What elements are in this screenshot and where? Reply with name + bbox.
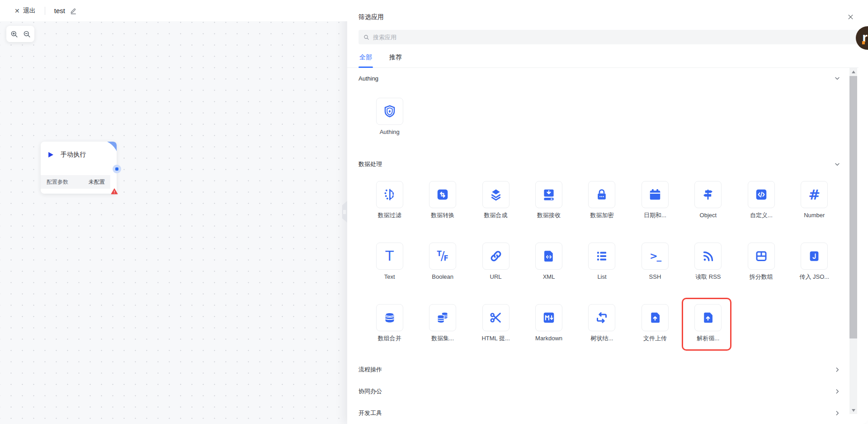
scrollbar-thumb[interactable] xyxy=(849,76,857,338)
grid-split-icon xyxy=(755,249,768,263)
app-icon-card xyxy=(588,181,615,208)
app-icon-card xyxy=(429,181,456,208)
app-item-boolean[interactable]: T/FBoolean xyxy=(416,243,469,281)
app-item-label: SSH xyxy=(649,273,661,281)
app-item-object[interactable]: Object xyxy=(682,181,735,219)
app-item-read-rss[interactable]: 读取 RSS xyxy=(682,243,735,281)
app-item-split-array[interactable]: 拆分数组 xyxy=(735,243,788,281)
zoom-in-icon[interactable] xyxy=(9,29,19,39)
app-item-html-extract[interactable]: HTML 提... xyxy=(469,304,522,342)
app-item-label: 数据过滤 xyxy=(378,212,401,219)
layers-icon xyxy=(489,188,503,201)
section-title: Authing xyxy=(359,75,378,82)
search-input[interactable] xyxy=(373,34,819,41)
section-header-collaboration[interactable]: 协同办公 xyxy=(359,386,857,396)
app-icon-card xyxy=(376,98,403,125)
app-icon-card: >_ xyxy=(642,243,669,270)
json-j-icon xyxy=(807,249,821,263)
warning-icon xyxy=(111,188,118,195)
app-item-text[interactable]: TText xyxy=(363,243,416,281)
panel-close-icon[interactable] xyxy=(846,13,854,21)
node-manual-trigger[interactable]: 手动执行 配置参数 未配置 xyxy=(41,142,117,194)
app-item-array-merge[interactable]: 数组合并 xyxy=(363,304,416,342)
app-item-xml[interactable]: XML xyxy=(522,243,575,281)
app-icon-card xyxy=(694,181,722,208)
section-header-flow-ops[interactable]: 流程操作 xyxy=(359,365,857,375)
app-item-url[interactable]: URL xyxy=(469,243,522,281)
node-param-row[interactable]: 配置参数 未配置 xyxy=(41,175,110,189)
app-item-parse-loop[interactable]: 解析循... xyxy=(682,304,735,342)
boolean-tf-icon: T/F xyxy=(437,250,448,262)
panel-collapse-handle[interactable] xyxy=(342,201,347,223)
code-square-icon xyxy=(755,188,768,201)
app-item-data-filter[interactable]: 数据过滤 xyxy=(363,181,416,219)
app-item-label: 拆分数组 xyxy=(750,273,773,281)
app-item-data-collect[interactable]: 数据集... xyxy=(416,304,469,342)
file-upload-icon xyxy=(701,311,715,324)
app-icon-card xyxy=(376,304,403,331)
app-item-label: 自定义... xyxy=(750,212,773,219)
tab-all[interactable]: 全部 xyxy=(359,51,373,67)
app-item-number[interactable]: #Number xyxy=(788,181,841,219)
app-item-label: 文件上传 xyxy=(643,335,667,342)
scrollbar-down-arrow[interactable] xyxy=(849,406,857,414)
app-icon-card: T/F xyxy=(429,243,456,270)
app-search xyxy=(359,30,858,44)
app-item-list[interactable]: List xyxy=(576,243,628,281)
canvas-topbar: ✕ 退出 test xyxy=(0,0,347,21)
app-item-label: Number xyxy=(804,212,825,219)
edit-pencil-icon[interactable] xyxy=(70,7,77,14)
app-icon-card xyxy=(429,304,456,331)
file-upload-icon xyxy=(648,311,662,324)
section-dev-tools: 开发工具 xyxy=(359,408,857,418)
xml-doc-icon xyxy=(542,249,556,263)
app-item-data-encrypt[interactable]: 数据加密 xyxy=(576,181,628,219)
app-icon-card xyxy=(376,181,403,208)
app-item-file-upload[interactable]: 文件上传 xyxy=(628,304,681,342)
app-item-data-receive[interactable]: 数据接收 xyxy=(522,181,575,219)
app-item-data-compose[interactable]: 数据合成 xyxy=(469,181,522,219)
section-title: 协同办公 xyxy=(359,387,382,395)
app-item-label: 数据加密 xyxy=(590,212,613,219)
zoom-out-icon[interactable] xyxy=(22,29,32,39)
app-icon-card: # xyxy=(801,181,828,208)
hash-icon: # xyxy=(808,188,820,202)
section-flow-ops: 流程操作 xyxy=(359,365,857,375)
section-title: 数据处理 xyxy=(359,160,382,168)
flow-canvas[interactable]: ✕ 退出 test xyxy=(0,0,347,424)
inbox-icon xyxy=(542,188,556,201)
section-header-dev-tools[interactable]: 开发工具 xyxy=(359,408,857,418)
authing-shield-icon xyxy=(383,105,396,118)
panel-scrollbar[interactable] xyxy=(849,68,857,414)
list-icon xyxy=(595,249,609,263)
app-item-authing[interactable]: Authing xyxy=(363,98,416,136)
scrollbar-up-arrow[interactable] xyxy=(849,68,857,76)
app-item-label: Authing xyxy=(380,129,400,136)
app-item-label: List xyxy=(597,273,606,281)
app-icon-card xyxy=(694,304,722,331)
section-authing: AuthingAuthing xyxy=(359,73,857,136)
signpost-icon xyxy=(701,188,715,201)
search-icon xyxy=(363,34,370,41)
app-item-date-time[interactable]: 日期和... xyxy=(628,181,681,219)
app-item-label: 数据集... xyxy=(431,335,454,342)
node-corner-fold xyxy=(107,142,117,152)
app-icon-card xyxy=(642,181,669,208)
app-icon-card: T xyxy=(376,243,403,270)
app-item-ssh[interactable]: >_SSH xyxy=(628,243,681,281)
app-item-label: URL xyxy=(490,273,502,281)
app-item-label: XML xyxy=(543,273,555,281)
play-icon xyxy=(47,151,55,159)
app-item-custom-code[interactable]: 自定义... xyxy=(735,181,788,219)
app-item-data-transform[interactable]: 数据转换 xyxy=(416,181,469,219)
section-header-authing[interactable]: Authing xyxy=(359,73,857,83)
section-header-data-processing[interactable]: 数据处理 xyxy=(359,159,857,169)
tab-recommended[interactable]: 推荐 xyxy=(388,51,403,67)
app-item-label: 数据转换 xyxy=(431,212,454,219)
app-item-markdown[interactable]: Markdown xyxy=(522,304,575,342)
node-output-connector[interactable] xyxy=(113,165,121,173)
exit-button[interactable]: ✕ 退出 xyxy=(14,7,36,15)
app-icon-card xyxy=(748,243,775,270)
app-item-json-in[interactable]: 传入 JSO... xyxy=(788,243,841,281)
app-item-tree-structure[interactable]: 树状结... xyxy=(576,304,628,342)
